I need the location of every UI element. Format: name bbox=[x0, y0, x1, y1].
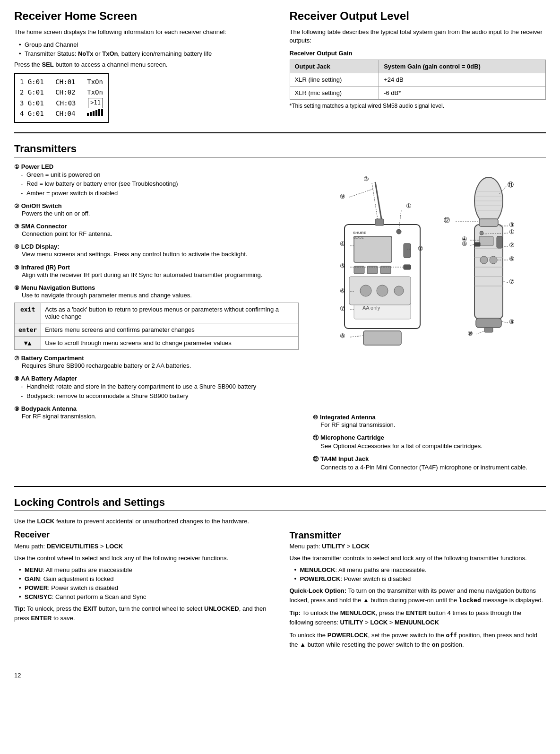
svg-text:③: ③ bbox=[509, 221, 515, 228]
page-number: 12 bbox=[14, 672, 546, 679]
svg-line-35 bbox=[350, 336, 363, 337]
svg-line-73 bbox=[503, 281, 508, 283]
svg-rect-53 bbox=[479, 236, 493, 246]
col-system-gain: System Gain (gain control = 0dB) bbox=[379, 60, 546, 73]
nav-buttons-table: exit Acts as a 'back' button to return t… bbox=[14, 303, 299, 350]
svg-text:⑦: ⑦ bbox=[340, 305, 345, 312]
svg-point-15 bbox=[377, 285, 388, 296]
svg-rect-1 bbox=[354, 236, 392, 262]
svg-text:①: ① bbox=[406, 202, 412, 209]
svg-line-69 bbox=[470, 244, 474, 245]
item-integrated-antenna: ⑩ Integrated Antenna For RF signal trans… bbox=[313, 414, 546, 429]
svg-rect-11 bbox=[375, 219, 384, 225]
svg-point-51 bbox=[480, 231, 483, 235]
transmitters-section: Transmitters ① Power LED Green = unit is… bbox=[14, 143, 546, 487]
lcd-row-3: 3 G:01 CH:03 >11 bbox=[20, 98, 103, 108]
locking-transmitter: Transmitter Menu path: UTILITY > LOCK Us… bbox=[290, 530, 546, 653]
bullet-transmitter-status: Transmitter Status: NoTx or TxOn, batter… bbox=[19, 50, 271, 57]
item-power-led: ① Power LED Green = unit is powered on R… bbox=[14, 163, 299, 198]
receiver-lock-bullets: MENU: All menu paths are inaccessible GA… bbox=[14, 566, 271, 600]
table-footnote: *This setting matches a typical wired SM… bbox=[290, 103, 546, 109]
svg-text:SHURE: SHURE bbox=[353, 231, 367, 235]
item-bodypack-antenna: ⑨ Bodypack Antenna For RF signal transmi… bbox=[14, 405, 299, 421]
table-row: exit Acts as a 'back' button to return t… bbox=[15, 303, 299, 323]
svg-text:⑪: ⑪ bbox=[508, 181, 514, 188]
lcd-row-2: 2 G:01 CH:02 TxOn bbox=[20, 87, 103, 97]
transmitters-left-col: ① Power LED Green = unit is powered on R… bbox=[14, 163, 299, 477]
svg-text:②: ② bbox=[509, 242, 515, 249]
diagram-svg: AA only bbox=[330, 163, 529, 409]
svg-point-54 bbox=[480, 256, 488, 264]
transmitter-lock-desc: Use the transmitter controls to select a… bbox=[290, 554, 546, 563]
bullet-group-channel: Group and Channel bbox=[19, 41, 271, 48]
svg-text:①: ① bbox=[509, 228, 515, 235]
xlr-mic-label: XLR (mic setting) bbox=[290, 87, 379, 100]
svg-rect-57 bbox=[476, 318, 501, 328]
gain-label: Receiver Output Gain bbox=[290, 50, 546, 57]
transmitter-tip2: To unlock the POWERLOCK, set the power s… bbox=[290, 631, 546, 649]
receiver-lock-desc: Use the control wheel to select and lock… bbox=[14, 554, 271, 563]
transmitter-quick-lock: Quick-Lock Option: To turn on the transm… bbox=[290, 586, 546, 605]
transmitters-title: Transmitters bbox=[14, 143, 546, 157]
svg-point-14 bbox=[360, 285, 371, 296]
locking-section: Locking Controls and Settings Use the LO… bbox=[14, 496, 546, 662]
svg-text:⑦: ⑦ bbox=[509, 278, 515, 285]
svg-line-37 bbox=[349, 189, 373, 197]
receiver-output-title: Receiver Output Level bbox=[290, 9, 546, 23]
table-row: XLR (mic setting) -6 dB* bbox=[290, 87, 546, 100]
lcd-row-1: 1 G:01 CH:01 TxOn bbox=[20, 77, 103, 87]
locking-intro: Use the LOCK feature to prevent accident… bbox=[14, 517, 546, 526]
svg-text:⑥: ⑥ bbox=[340, 287, 345, 295]
item-mic-cartridge: ⑪ Microphone Cartridge See Optional Acce… bbox=[313, 434, 546, 451]
locking-title: Locking Controls and Settings bbox=[14, 496, 546, 511]
svg-text:④: ④ bbox=[340, 240, 345, 247]
svg-text:⑩: ⑩ bbox=[467, 330, 473, 337]
lcd-display: 1 G:01 CH:01 TxOn 2 G:01 CH:02 TxOn 3 G:… bbox=[14, 73, 109, 123]
battery-bars bbox=[87, 108, 103, 116]
svg-line-21 bbox=[399, 210, 401, 230]
col-output-jack: Output Jack bbox=[290, 60, 379, 73]
item-ir-port: ⑤ Infrared (IR) Port Align with the rece… bbox=[14, 264, 299, 279]
right-numbered-items: ⑩ Integrated Antenna For RF signal trans… bbox=[313, 414, 546, 472]
lcd-row-4: 4 G:01 CH:04 bbox=[20, 108, 103, 119]
svg-line-75 bbox=[501, 321, 508, 323]
xlr-line-label: XLR (line setting) bbox=[290, 73, 379, 87]
svg-text:⑨: ⑨ bbox=[340, 193, 345, 200]
item-lcd-display: ④ LCD Display: View menu screens and set… bbox=[14, 243, 299, 259]
receiver-menu-path: Menu path: DEVICEUTILITIES > LOCK bbox=[14, 543, 271, 550]
item-aa-adapter: ⑧ AA Battery Adapter Handheld: rotate an… bbox=[14, 375, 299, 400]
xlr-line-gain: +24 dB bbox=[379, 73, 546, 87]
transmitter-diagram: AA only bbox=[330, 163, 529, 409]
svg-text:ULXD1: ULXD1 bbox=[353, 236, 364, 239]
table-row: XLR (line setting) +24 dB bbox=[290, 73, 546, 87]
svg-rect-5 bbox=[363, 331, 401, 345]
item-battery-compartment: ⑦ Battery Compartment Requires Shure SB9… bbox=[14, 355, 299, 370]
item-sma-connector: ③ SMA Connector Connection point for RF … bbox=[14, 223, 299, 238]
receiver-home-intro: The home screen displays the following i… bbox=[14, 28, 271, 36]
receiver-home-bullets: Group and Channel Transmitter Status: No… bbox=[14, 41, 271, 57]
transmitter-menu-path: Menu path: UTILITY > LOCK bbox=[290, 543, 546, 550]
svg-text:③: ③ bbox=[363, 175, 369, 182]
svg-text:⑧: ⑧ bbox=[340, 332, 345, 339]
svg-text:⑤: ⑤ bbox=[462, 240, 467, 247]
svg-rect-12 bbox=[404, 265, 411, 269]
output-table: Output Jack System Gain (gain control = … bbox=[290, 60, 546, 100]
transmitter-lock-bullets: MENULOCK: All menu paths are inaccessibl… bbox=[290, 566, 546, 582]
receiver-output-intro: The following table describes the typica… bbox=[290, 28, 546, 45]
table-row: ▼▲ Use to scroll through menu screens an… bbox=[15, 336, 299, 349]
svg-line-77 bbox=[476, 331, 484, 334]
svg-text:⑥: ⑥ bbox=[509, 255, 515, 262]
transmitters-right-col: AA only bbox=[313, 163, 546, 477]
xlr-mic-gain: -6 dB* bbox=[379, 87, 546, 100]
svg-rect-10 bbox=[404, 243, 411, 258]
svg-rect-59 bbox=[474, 243, 480, 246]
svg-point-55 bbox=[490, 256, 497, 264]
receiver-lock-tip: Tip: To unlock, press the EXIT button, t… bbox=[14, 604, 271, 623]
svg-text:⑧: ⑧ bbox=[509, 318, 515, 325]
press-sel-text: Press the SEL button to access a channel… bbox=[14, 61, 271, 68]
svg-text:②: ② bbox=[418, 245, 423, 252]
locking-receiver: Receiver Menu path: DEVICEUTILITIES > LO… bbox=[14, 530, 271, 653]
svg-text:⑤: ⑤ bbox=[340, 262, 345, 269]
svg-point-16 bbox=[394, 286, 404, 295]
svg-text:⑫: ⑫ bbox=[444, 217, 450, 224]
